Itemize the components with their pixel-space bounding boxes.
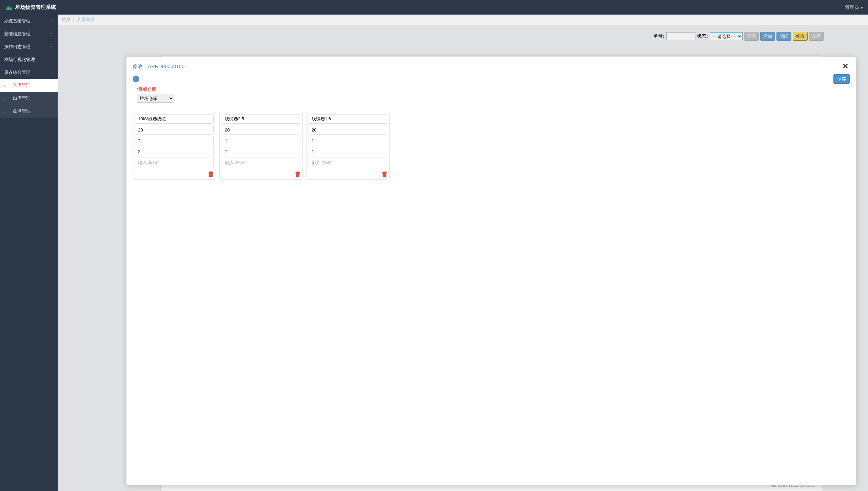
sidebar-subitem-stocktake[interactable]: 盘点管理 (0, 105, 58, 118)
item-field-3[interactable] (309, 136, 387, 145)
chevron-up-icon: ︿ (50, 70, 54, 76)
app-title: 堆场物资管理系统 (15, 4, 56, 11)
sidebar-subitem-inbound[interactable]: 入库管理 (0, 79, 58, 92)
item-field-2[interactable] (135, 125, 214, 135)
item-field-4[interactable] (135, 147, 214, 156)
sidebar-item-label: 登陆信息管理 (4, 31, 31, 37)
item-field-2[interactable] (309, 125, 387, 135)
item-card (306, 112, 390, 180)
user-menu[interactable]: 管理员 ▾ (845, 4, 863, 11)
item-field-2[interactable] (222, 125, 300, 135)
item-card (219, 112, 303, 180)
sidebar-item-label: 出库管理 (13, 95, 31, 101)
item-barcode-input[interactable] (135, 158, 214, 167)
trash-icon[interactable] (208, 171, 214, 177)
item-field-4[interactable] (309, 147, 387, 156)
chevron-down-icon: ﹀ (50, 18, 54, 24)
sidebar-item-label: 系统基础管理 (4, 18, 31, 24)
sidebar-item-yard-vis[interactable]: 堆场可视化管理 (0, 53, 58, 66)
item-name-input[interactable] (222, 114, 300, 124)
sidebar: 系统基础管理 ﹀ 登陆信息管理 ﹀ 操作日志管理 ﹀ 堆场可视化管理 库存综合管… (0, 15, 58, 491)
item-name-input[interactable] (135, 114, 214, 124)
sidebar-item-label: 入库管理 (13, 82, 31, 88)
caret-down-icon: ▾ (861, 5, 863, 10)
modal-title: 修改：ARKD00000150 (133, 63, 184, 70)
close-icon[interactable]: ✕ (841, 62, 850, 71)
user-label: 管理员 (845, 4, 859, 11)
target-warehouse-select[interactable]: 堆场仓库 (137, 94, 174, 103)
save-button[interactable]: 保存 (833, 74, 850, 84)
sidebar-item-label: 堆场可视化管理 (4, 57, 35, 63)
item-field-4[interactable] (222, 147, 300, 156)
sidebar-item-label: 操作日志管理 (4, 44, 31, 50)
item-barcode-input[interactable] (222, 158, 300, 167)
sidebar-item-inventory[interactable]: 库存综合管理 ︿ (0, 66, 58, 79)
sidebar-item-login-info[interactable]: 登陆信息管理 ﹀ (0, 27, 58, 40)
modal-header: 修改：ARKD00000150 ✕ (126, 57, 856, 74)
logo-icon (5, 5, 13, 10)
item-field-3[interactable] (222, 136, 300, 145)
item-field-3[interactable] (135, 136, 214, 145)
sidebar-subitem-outbound[interactable]: 出库管理 (0, 92, 58, 105)
topbar: 堆场物资管理系统 管理员 ▾ (0, 0, 868, 15)
target-warehouse-block: *目标仓库 堆场仓库 (126, 86, 856, 107)
target-warehouse-label: *目标仓库 (137, 86, 850, 93)
main-content: 首页 | 入库管理 单号: 状态: ----请选择---- 查询 增加 明细 修… (58, 15, 868, 491)
trash-icon[interactable] (382, 171, 387, 177)
sidebar-item-label: 盘点管理 (13, 108, 31, 114)
sidebar-item-system-base[interactable]: 系统基础管理 ﹀ (0, 15, 58, 27)
item-name-input[interactable] (309, 114, 387, 124)
app-logo: 堆场物资管理系统 (5, 4, 56, 11)
chevron-down-icon: ﹀ (50, 44, 54, 50)
add-row-button[interactable]: + (133, 76, 139, 82)
item-cards (126, 107, 856, 184)
item-barcode-input[interactable] (309, 158, 387, 167)
modal-actionbar: + 保存 (126, 74, 856, 86)
sidebar-item-label: 库存综合管理 (4, 69, 31, 76)
modify-modal: 修改：ARKD00000150 ✕ + 保存 *目标仓库 堆场仓库 (126, 57, 856, 485)
sidebar-item-op-log[interactable]: 操作日志管理 ﹀ (0, 40, 58, 53)
item-card (133, 112, 216, 180)
chevron-down-icon: ﹀ (50, 31, 54, 37)
trash-icon[interactable] (295, 171, 300, 177)
